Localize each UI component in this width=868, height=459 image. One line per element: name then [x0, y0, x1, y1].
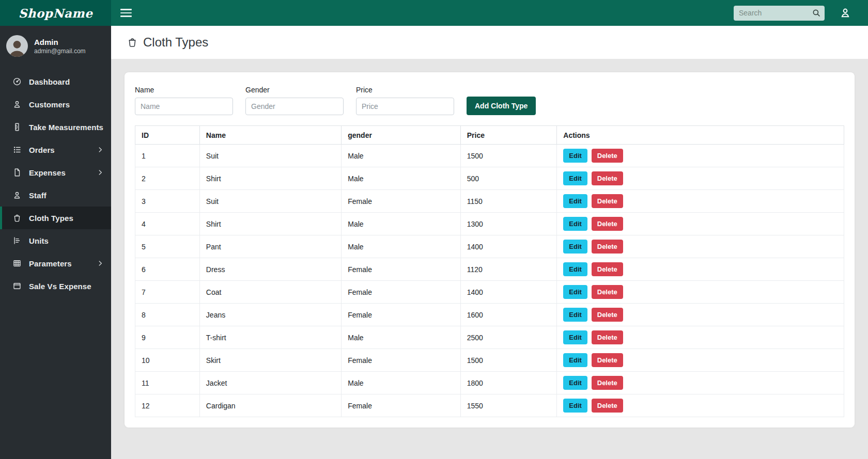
sidebar-item-staff[interactable]: Staff [0, 184, 111, 207]
cell-gender: Male [342, 235, 460, 258]
chevron-right-icon [97, 260, 104, 267]
table-header-row: IDNamegenderPriceActions [135, 126, 844, 145]
avatar [6, 35, 28, 57]
sidebar-item-parameters[interactable]: Parameters [0, 252, 111, 275]
sidebar-item-label: Units [29, 236, 104, 245]
edit-button[interactable]: Edit [563, 353, 587, 367]
cell-price: 1300 [460, 213, 557, 235]
sidebar-item-label: Parameters [29, 259, 89, 268]
table-row: 9 T-shirt Male 2500 Edit Delete [135, 326, 844, 349]
measurements-icon [12, 122, 22, 132]
cell-actions: Edit Delete [557, 372, 844, 394]
edit-button[interactable]: Edit [563, 285, 587, 299]
search-icon[interactable] [812, 8, 821, 18]
delete-button[interactable]: Delete [592, 171, 623, 185]
sidebar-item-expenses[interactable]: Expenses [0, 161, 111, 184]
delete-button[interactable]: Delete [592, 285, 623, 299]
sidebar-item-label: Customers [29, 100, 104, 109]
app-root: ShopName Admin admin@gmail.com [0, 0, 868, 459]
add-cloth-type-button[interactable]: Add Cloth Type [467, 97, 536, 115]
edit-button[interactable]: Edit [563, 240, 587, 254]
edit-button[interactable]: Edit [563, 149, 587, 163]
cell-gender: Male [342, 326, 460, 349]
cell-gender: Female [342, 394, 460, 417]
column-header-name: Name [199, 126, 341, 145]
sidebar-item-customers[interactable]: Customers [0, 93, 111, 116]
search-input[interactable] [734, 6, 825, 21]
user-icon[interactable] [839, 7, 851, 19]
sidebar-item-take-measurements[interactable]: Take Measurements [0, 116, 111, 138]
cell-gender: Male [342, 372, 460, 394]
edit-button[interactable]: Edit [563, 330, 587, 344]
cell-gender: Male [342, 145, 460, 167]
cell-id: 6 [135, 258, 200, 281]
cell-price: 1120 [460, 258, 557, 281]
sidebar-item-sale-vs-expense[interactable]: Sale Vs Expense [0, 275, 111, 297]
page-title: Cloth Types [143, 35, 208, 50]
sidebar-item-orders[interactable]: Orders [0, 138, 111, 161]
sale-vs-expense-icon [12, 281, 22, 291]
table-row: 8 Jeans Female 1600 Edit Delete [135, 304, 844, 326]
delete-button[interactable]: Delete [592, 376, 623, 390]
cell-name: T-shirt [199, 326, 341, 349]
sidebar-item-cloth-types[interactable]: Cloth Types [0, 207, 111, 229]
cell-price: 1400 [460, 281, 557, 304]
cell-price: 1400 [460, 235, 557, 258]
cell-id: 3 [135, 190, 200, 213]
delete-button[interactable]: Delete [592, 194, 623, 208]
cell-name: Jeans [199, 304, 341, 326]
price-filter-input[interactable] [356, 98, 454, 115]
filter-bar: Name Gender Price Add Cloth Type [135, 83, 844, 125]
cell-gender: Female [342, 190, 460, 213]
edit-button[interactable]: Edit [563, 262, 587, 276]
delete-button[interactable]: Delete [592, 217, 623, 231]
table-row: 7 Coat Female 1400 Edit Delete [135, 281, 844, 304]
gender-filter-input[interactable] [245, 98, 344, 115]
edit-button[interactable]: Edit [563, 217, 587, 231]
cloth-types-card: Name Gender Price Add Cloth Type [125, 72, 855, 428]
cell-actions: Edit Delete [557, 349, 844, 372]
bucket-icon [127, 37, 138, 48]
table-row: 6 Dress Female 1120 Edit Delete [135, 258, 844, 281]
edit-button[interactable]: Edit [563, 399, 587, 413]
table-row: 4 Shirt Male 1300 Edit Delete [135, 213, 844, 235]
price-filter-field: Price [356, 86, 454, 115]
cell-gender: Female [342, 258, 460, 281]
topbar [111, 0, 868, 26]
name-filter-input[interactable] [135, 98, 233, 115]
cell-price: 1800 [460, 372, 557, 394]
menu-icon[interactable] [120, 9, 132, 17]
cell-id: 9 [135, 326, 200, 349]
cell-id: 5 [135, 235, 200, 258]
delete-button[interactable]: Delete [592, 399, 623, 413]
edit-button[interactable]: Edit [563, 194, 587, 208]
cell-price: 500 [460, 167, 557, 190]
edit-button[interactable]: Edit [563, 171, 587, 185]
delete-button[interactable]: Delete [592, 330, 623, 344]
table-row: 3 Suit Female 1150 Edit Delete [135, 190, 844, 213]
cell-id: 2 [135, 167, 200, 190]
sidebar-item-dashboard[interactable]: Dashboard [0, 70, 111, 93]
table-row: 1 Suit Male 1500 Edit Delete [135, 145, 844, 167]
delete-button[interactable]: Delete [592, 262, 623, 276]
cell-actions: Edit Delete [557, 258, 844, 281]
cell-name: Suit [199, 145, 341, 167]
edit-button[interactable]: Edit [563, 308, 587, 322]
delete-button[interactable]: Delete [592, 240, 623, 254]
cell-id: 1 [135, 145, 200, 167]
sidebar-item-units[interactable]: Units [0, 229, 111, 252]
delete-button[interactable]: Delete [592, 149, 623, 163]
customers-icon [12, 100, 22, 109]
user-profile: Admin admin@gmail.com [0, 26, 111, 68]
cell-id: 7 [135, 281, 200, 304]
delete-button[interactable]: Delete [592, 308, 623, 322]
delete-button[interactable]: Delete [592, 353, 623, 367]
parameters-icon [12, 259, 22, 268]
cloth-types-icon [12, 213, 22, 223]
cell-price: 1500 [460, 349, 557, 372]
content: Name Gender Price Add Cloth Type [111, 59, 868, 459]
cell-price: 1150 [460, 190, 557, 213]
edit-button[interactable]: Edit [563, 376, 587, 390]
cell-name: Skirt [199, 349, 341, 372]
price-filter-label: Price [356, 86, 454, 94]
